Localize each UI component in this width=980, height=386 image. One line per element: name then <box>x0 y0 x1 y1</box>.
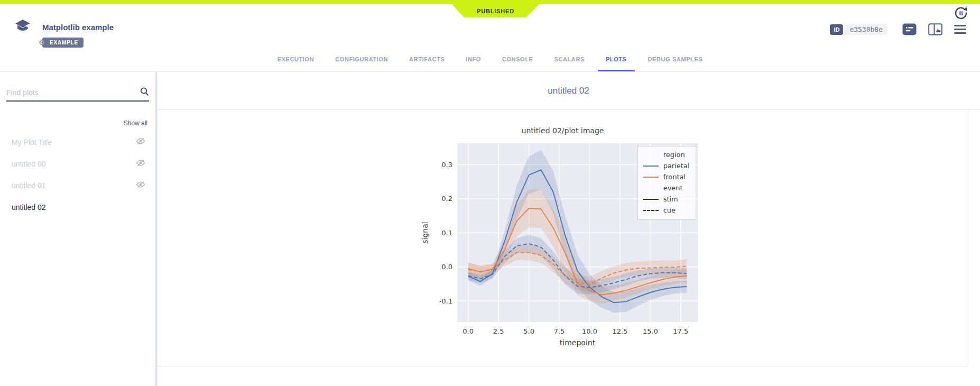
svg-text:-0.1: -0.1 <box>439 297 452 305</box>
search-icon[interactable] <box>140 87 149 98</box>
legend-label: parietal <box>663 162 690 170</box>
legend-entry: parietal <box>643 160 690 171</box>
sidebar-plot-item[interactable]: My Plot Title <box>0 131 155 153</box>
id-value: e3530b8e <box>845 24 887 35</box>
chart-legend: regionparietalfrontaleventstimcue <box>637 146 696 220</box>
legend-line-sample <box>643 166 659 167</box>
find-plots-search <box>6 85 149 102</box>
tab-info[interactable]: INFO <box>465 47 482 71</box>
top-accent-bar <box>0 0 980 4</box>
tab-plots[interactable]: PLOTS <box>605 47 628 71</box>
tab-configuration[interactable]: CONFIGURATION <box>334 47 389 71</box>
detail-tabs: EXECUTIONCONFIGURATIONARTIFACTSINFOCONSO… <box>0 47 980 72</box>
plot-title: untitled 02/plot image <box>415 126 711 135</box>
id-badge: ID <box>830 24 843 35</box>
experiment-type-icon <box>15 19 31 36</box>
svg-text:0.0: 0.0 <box>463 327 474 335</box>
svg-text:2.5: 2.5 <box>493 327 504 335</box>
hidden-eye-icon[interactable] <box>136 137 145 146</box>
hidden-eye-icon[interactable] <box>136 181 145 190</box>
legend-line-sample <box>643 210 659 211</box>
side-panel-chart-icon[interactable] <box>928 23 942 35</box>
legend-label: frontal <box>663 173 686 181</box>
svg-text:0.2: 0.2 <box>441 195 452 203</box>
tab-execution[interactable]: EXECUTION <box>276 47 316 71</box>
legend-label: cue <box>663 206 676 214</box>
svg-text:signal: signal <box>421 222 429 243</box>
experiment-id[interactable]: ID e3530b8e <box>830 24 887 35</box>
hidden-eye-icon[interactable] <box>136 159 145 168</box>
legend-entry: stim <box>643 194 690 205</box>
experiment-title: Matplotlib example <box>42 23 114 32</box>
svg-text:0.1: 0.1 <box>441 229 452 237</box>
plots-content: untitled 02 untitled 02/plot image -0.10… <box>157 72 980 386</box>
sidebar-plot-item[interactable]: untitled 01 <box>0 174 155 196</box>
legend-entry: event <box>643 182 690 194</box>
plot-item-label: untitled 01 <box>12 181 46 190</box>
tab-artifacts[interactable]: ARTIFACTS <box>408 47 446 71</box>
plot-list: My Plot Titleuntitled 00untitled 01untit… <box>0 131 155 218</box>
gear-icon: ⚙ <box>39 39 45 47</box>
status-badge: PUBLISHED <box>452 4 539 17</box>
legend-line-sample <box>643 177 659 178</box>
svg-text:12.5: 12.5 <box>612 327 627 335</box>
plot-figure[interactable]: untitled 02/plot image -0.10.00.10.20.30… <box>415 126 711 352</box>
plot-panel: untitled 02/plot image -0.10.00.10.20.30… <box>157 109 968 366</box>
search-input[interactable] <box>6 88 140 97</box>
metric-group-heading: untitled 02 <box>157 86 980 96</box>
example-tag-label: EXAMPLE <box>50 40 78 45</box>
legend-entry: cue <box>643 205 690 216</box>
legend-label: stim <box>663 195 678 203</box>
svg-text:10.0: 10.0 <box>582 327 597 335</box>
tab-console[interactable]: CONSOLE <box>501 47 534 71</box>
legend-entry: frontal <box>643 171 690 182</box>
svg-text:17.5: 17.5 <box>673 327 688 335</box>
plots-sidebar: Show all My Plot Titleuntitled 00untitle… <box>0 72 157 386</box>
legend-label: region <box>663 151 685 159</box>
plot-item-label: untitled 00 <box>12 160 46 168</box>
show-all-link[interactable]: Show all <box>124 120 147 127</box>
legend-label: event <box>663 184 683 192</box>
menu-icon[interactable] <box>954 25 966 34</box>
sidebar-plot-item[interactable]: untitled 02 <box>0 196 155 218</box>
legend-entry: region <box>643 149 690 160</box>
svg-text:timepoint: timepoint <box>559 338 595 347</box>
legend-line-sample <box>643 199 659 200</box>
plot-item-label: My Plot Title <box>12 138 52 146</box>
line-chart[interactable]: -0.10.00.10.20.30.02.55.07.510.012.515.0… <box>415 138 711 352</box>
svg-text:0.3: 0.3 <box>441 161 452 169</box>
sidebar-plot-item[interactable]: untitled 00 <box>0 153 155 174</box>
details-report-icon[interactable] <box>902 23 917 35</box>
auto-refresh-icon[interactable] <box>954 6 968 21</box>
svg-text:7.5: 7.5 <box>553 327 565 335</box>
svg-text:15.0: 15.0 <box>642 327 658 335</box>
svg-text:5.0: 5.0 <box>523 327 534 335</box>
svg-text:0.0: 0.0 <box>441 263 452 271</box>
tab-debug-samples[interactable]: DEBUG SAMPLES <box>647 47 704 71</box>
status-badge-label: PUBLISHED <box>477 8 514 14</box>
plot-item-label: untitled 02 <box>12 203 46 212</box>
tab-scalars[interactable]: SCALARS <box>553 47 586 71</box>
